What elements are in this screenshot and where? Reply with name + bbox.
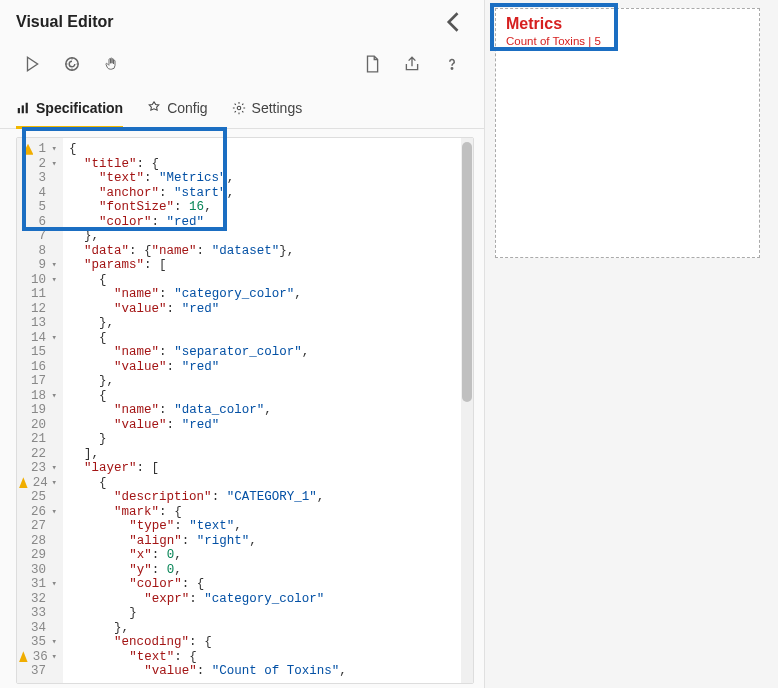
tab-config[interactable]: Config [147, 92, 207, 129]
collapse-panel-button[interactable] [440, 8, 468, 36]
preview-title: Metrics [506, 15, 749, 33]
svg-rect-2 [18, 108, 20, 113]
auto-apply-button[interactable] [54, 46, 90, 82]
export-button[interactable] [394, 46, 430, 82]
code-editor[interactable]: 1▾2▾3456789▾10▾11121314▾15161718▾1920212… [16, 137, 474, 684]
svg-rect-4 [26, 103, 28, 114]
svg-rect-3 [22, 105, 24, 113]
run-button[interactable] [14, 46, 50, 82]
chart-preview: Metrics Count of Toxins | 5 [495, 8, 760, 258]
svg-point-1 [451, 68, 452, 69]
svg-point-5 [237, 106, 241, 110]
tab-specification[interactable]: Specification [16, 92, 123, 129]
editor-code-area[interactable]: { "title": { "text": "Metrics", "anchor"… [63, 138, 461, 683]
panel-title: Visual Editor [16, 13, 440, 31]
tab-label: Settings [252, 100, 303, 116]
tab-label: Specification [36, 100, 123, 116]
help-button[interactable] [434, 46, 470, 82]
tab-settings[interactable]: Settings [232, 92, 303, 129]
scrollbar-thumb[interactable] [462, 142, 472, 402]
hand-tool-button[interactable] [94, 46, 130, 82]
svg-point-0 [66, 58, 78, 70]
tab-label: Config [167, 100, 207, 116]
editor-gutter: 1▾2▾3456789▾10▾11121314▾15161718▾1920212… [17, 138, 63, 683]
editor-scrollbar[interactable] [461, 138, 473, 683]
preview-subtitle: Count of Toxins | 5 [506, 35, 749, 47]
new-file-button[interactable] [354, 46, 390, 82]
